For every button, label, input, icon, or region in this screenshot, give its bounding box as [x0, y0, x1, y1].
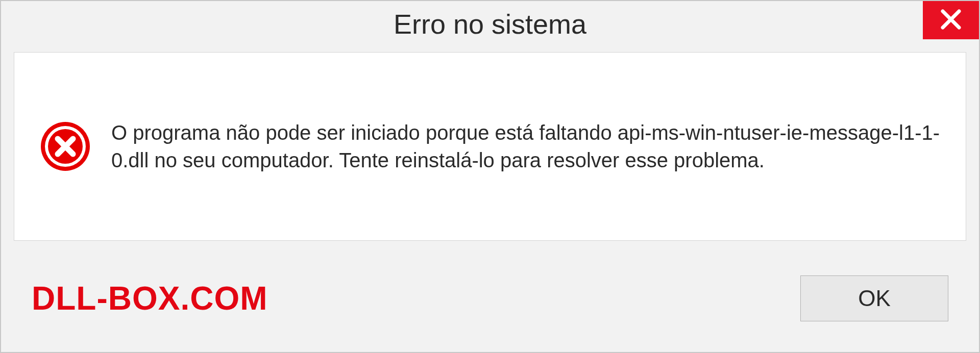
watermark-text: DLL-BOX.COM	[32, 280, 268, 317]
close-icon	[940, 8, 962, 33]
footer: DLL-BOX.COM OK	[1, 260, 979, 352]
dialog-title: Erro no sistema	[394, 8, 586, 40]
titlebar: Erro no sistema	[1, 1, 979, 47]
ok-button[interactable]: OK	[800, 275, 948, 321]
content-panel: O programa não pode ser iniciado porque …	[14, 52, 966, 241]
close-button[interactable]	[923, 1, 979, 39]
error-message: O programa não pode ser iniciado porque …	[111, 119, 940, 174]
error-icon	[40, 121, 91, 172]
